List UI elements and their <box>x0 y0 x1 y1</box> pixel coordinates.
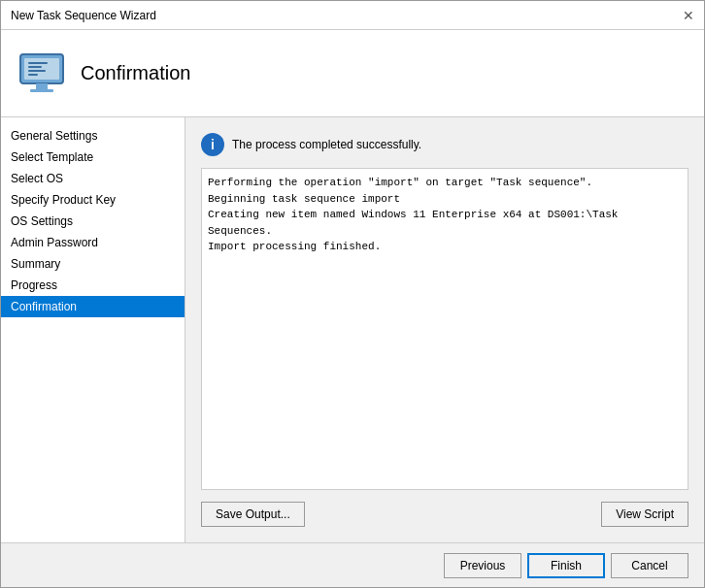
close-button[interactable]: ✕ <box>683 9 694 22</box>
sidebar: General SettingsSelect TemplateSelect OS… <box>1 117 185 542</box>
footer: Previous Finish Cancel <box>1 542 704 587</box>
svg-rect-5 <box>28 66 42 68</box>
title-bar: New Task Sequence Wizard ✕ <box>1 1 704 30</box>
sidebar-item-confirmation[interactable]: Confirmation <box>1 296 185 317</box>
page-title: Confirmation <box>81 62 190 84</box>
sidebar-item-progress[interactable]: Progress <box>1 275 185 296</box>
sidebar-item-select-template[interactable]: Select Template <box>1 147 185 168</box>
window-title: New Task Sequence Wizard <box>11 9 156 22</box>
log-line: Performing the operation "import" on tar… <box>208 175 682 191</box>
sidebar-item-admin-password[interactable]: Admin Password <box>1 232 185 253</box>
sidebar-item-summary[interactable]: Summary <box>1 253 185 275</box>
svg-rect-7 <box>28 74 38 76</box>
previous-button[interactable]: Previous <box>444 553 521 578</box>
info-row: i The process completed successfully. <box>201 133 688 156</box>
main-panel: i The process completed successfully. Pe… <box>185 117 704 542</box>
svg-rect-6 <box>28 70 46 72</box>
svg-rect-3 <box>30 89 53 92</box>
finish-button[interactable]: Finish <box>527 553 605 578</box>
svg-rect-4 <box>28 62 48 64</box>
sidebar-item-os-settings[interactable]: OS Settings <box>1 211 185 232</box>
log-box: Performing the operation "import" on tar… <box>201 168 688 490</box>
log-line: Beginning task sequence import <box>208 191 682 208</box>
log-line: Creating new item named Windows 11 Enter… <box>208 207 682 239</box>
cancel-button[interactable]: Cancel <box>611 553 688 578</box>
log-line: Import processing finished. <box>208 239 682 255</box>
header-area: Confirmation <box>1 30 704 117</box>
wizard-icon <box>17 49 67 99</box>
sidebar-item-general-settings[interactable]: General Settings <box>1 125 185 147</box>
sidebar-item-select-os[interactable]: Select OS <box>1 168 185 189</box>
info-icon: i <box>201 133 224 156</box>
save-output-button[interactable]: Save Output... <box>201 502 305 527</box>
sidebar-item-specify-product-key[interactable]: Specify Product Key <box>1 189 185 211</box>
wizard-window: New Task Sequence Wizard ✕ Confirmation <box>0 0 705 588</box>
info-text: The process completed successfully. <box>232 138 421 151</box>
view-script-button[interactable]: View Script <box>601 502 688 527</box>
svg-rect-2 <box>36 83 48 89</box>
button-row-middle: Save Output... View Script <box>201 502 688 527</box>
content-area: General SettingsSelect TemplateSelect OS… <box>1 117 704 542</box>
svg-rect-1 <box>24 58 59 80</box>
